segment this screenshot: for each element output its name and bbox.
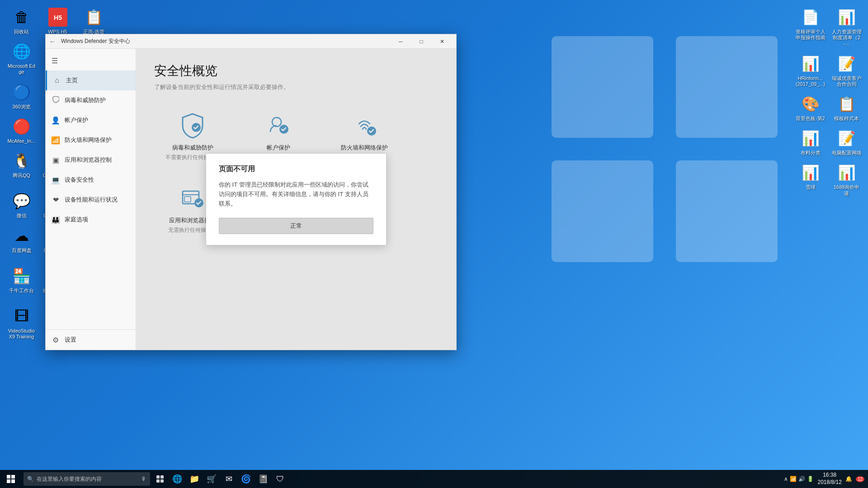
dialog-title: 页面不可用 (219, 164, 373, 174)
taskbar: 🔍 在这里输入你要搜索的内容 🎙 🌐 📁 🛒 ✉ 🌀 📓 🛡 (0, 470, 868, 488)
sidebar-item-firewall[interactable]: 📶 防火墙和网络保护 (46, 130, 136, 150)
taskbar-clock[interactable]: 16:38 2018/8/12 (817, 472, 841, 486)
taskbar-mail[interactable]: ✉ (221, 471, 237, 487)
svg-rect-20 (156, 479, 160, 483)
sidebar: ☰ ⌂ 主页 病毒和威胁防护 👤 帐户保护 (46, 49, 136, 350)
desktop-icons-right: 📄 资格评审个人申报操作指南 📊 人力资源管理制度清单（2-... 📊 HRin… (793, 5, 863, 198)
home-icon: ⌂ (52, 76, 61, 84)
svg-rect-21 (160, 479, 164, 483)
sidebar-bottom: ⚙ 设置 (46, 329, 136, 350)
svg-rect-0 (552, 36, 653, 138)
windows-logo-watermark (552, 36, 778, 262)
desktop-icon-keji[interactable]: 📊 布料分类 (793, 126, 827, 158)
taskbar-store[interactable]: 🛒 (203, 471, 220, 487)
desktop-icon-youxiu[interactable]: 📝 瑞诚优质客户合作合同 (830, 51, 863, 89)
svg-rect-3 (676, 160, 778, 262)
main-content: 安全性概览 了解设备当前的安全性和运行情况并采取必要操作。 病毒 (136, 49, 456, 350)
window-body: ☰ ⌂ 主页 病毒和威胁防护 👤 帐户保护 (46, 49, 456, 350)
tray-chevron[interactable]: ∧ (784, 476, 788, 482)
svg-rect-16 (7, 479, 10, 483)
desktop-icon-netconfig[interactable]: 📝 电脑配置网络 (830, 126, 863, 158)
sidebar-item-virus[interactable]: 病毒和威胁防护 (46, 90, 136, 110)
sidebar-menu-button[interactable]: ☰ (46, 52, 64, 69)
desktop-icon-recycle[interactable]: 🗑 回收站 (5, 5, 38, 37)
device-icon: 💻 (51, 176, 60, 184)
maximize-button[interactable]: □ (411, 34, 432, 49)
start-button[interactable] (0, 470, 22, 488)
dialog-overlay: 页面不可用 你的 IT 管理员已经限制对此应用一些区域的访问，你尝试访问的项目不… (136, 49, 456, 350)
desktop-icon-mcafee[interactable]: 🔴 McAfee_In... (5, 114, 38, 146)
family-icon: 👪 (51, 216, 60, 224)
tray-network[interactable]: 📶 (790, 476, 797, 482)
window-titlebar: ← Windows Defender 安全中心 ─ □ ✕ (46, 34, 456, 49)
app-icon: ▣ (51, 156, 60, 164)
desktop-icon-bgjose[interactable]: 🎨 背景色板-第2 (793, 91, 827, 123)
taskbar-defender[interactable]: 🛡 (272, 471, 288, 487)
back-button[interactable]: ← (49, 38, 56, 45)
svg-rect-17 (11, 479, 15, 483)
wifi-icon: 📶 (51, 136, 60, 145)
search-placeholder: 在这里输入你要搜索的内容 (37, 475, 102, 483)
desktop: 🗑 回收站 H5 WPS H5 📋 正而-选货 🌐 Microsoft Edge… (0, 0, 868, 488)
clock-time: 16:38 (817, 472, 841, 479)
svg-text:H5: H5 (54, 14, 62, 21)
voice-icon: 🎙 (141, 476, 146, 482)
svg-rect-14 (7, 475, 10, 479)
dialog-ok-button[interactable]: 正常 (219, 218, 373, 234)
sidebar-item-home[interactable]: ⌂ 主页 (46, 70, 136, 90)
sidebar-item-performance[interactable]: ❤ 设备性能和运行状况 (46, 190, 136, 210)
desktop-icon-wps-h5[interactable]: H5 WPS H5 (41, 5, 75, 37)
sidebar-item-settings[interactable]: ⚙ 设置 (46, 330, 136, 350)
svg-rect-18 (156, 475, 160, 479)
desktop-icon-qq[interactable]: 🐧 腾讯QQ (5, 148, 38, 186)
svg-rect-1 (676, 36, 778, 138)
desktop-icon-360[interactable]: 🔵 360浏览 (5, 80, 38, 112)
heart-icon: ❤ (51, 196, 60, 204)
svg-rect-2 (552, 160, 653, 262)
dialog-body: 你的 IT 管理员已经限制对此应用一些区域的访问，你尝试访问的项目不可用。有关详… (219, 180, 373, 208)
tray-battery: 🔋 (807, 476, 814, 482)
taskbar-search[interactable]: 🔍 在这里输入你要搜索的内容 🎙 (24, 472, 150, 486)
notification-count: 12 (856, 476, 864, 482)
sidebar-item-devicesecurity[interactable]: 💻 设备安全性 (46, 170, 136, 190)
window-title: Windows Defender 安全中心 (61, 38, 387, 45)
sidebar-item-family[interactable]: 👪 家庭选项 (46, 210, 136, 230)
sidebar-item-appbrowser[interactable]: ▣ 应用和浏览器控制 (46, 150, 136, 170)
search-icon: 🔍 (27, 476, 34, 482)
person-icon: 👤 (51, 116, 60, 125)
settings-icon: ⚙ (51, 336, 60, 344)
notification-icon[interactable]: 🔔 (845, 476, 852, 482)
desktop-icon-video-studio[interactable]: 🎞 VideoStudio X9 Training (5, 304, 38, 342)
desktop-icon-weixin[interactable]: 💬 微信 (5, 188, 38, 221)
window-controls: ─ □ ✕ (390, 34, 453, 49)
taskbar-items: 🌐 📁 🛒 ✉ 🌀 📓 🛡 (152, 471, 288, 487)
svg-rect-19 (160, 475, 164, 479)
taskbar-tray: ∧ 📶 🔊 🔋 (784, 476, 814, 482)
taskbar-edge[interactable]: 🌐 (169, 471, 185, 487)
clock-date: 2018/8/12 (817, 479, 841, 486)
desktop-icon-hr[interactable]: 📊 人力资源管理制度清单（2-... (830, 5, 863, 49)
desktop-icon-xueqiu[interactable]: 📊 雪球 (793, 160, 827, 198)
defender-window: ← Windows Defender 安全中心 ─ □ ✕ ☰ ⌂ 主页 (45, 34, 457, 350)
tray-volume[interactable]: 🔊 (798, 476, 805, 482)
minimize-button[interactable]: ─ (390, 34, 411, 49)
desktop-icon-hrinform[interactable]: 📊 HRinform... (2017_09_...) (793, 51, 827, 89)
taskbar-browser2[interactable]: 🌀 (238, 471, 254, 487)
desktop-icon-template[interactable]: 📋 模板样式本 (830, 91, 863, 123)
close-button[interactable]: ✕ (432, 34, 453, 49)
desktop-icon-edge[interactable]: 🌐 Microsoft Edge (5, 39, 38, 77)
dialog-box: 页面不可用 你的 IT 管理员已经限制对此应用一些区域的访问，你尝试访问的项目不… (206, 153, 387, 245)
sidebar-item-account[interactable]: 👤 帐户保护 (46, 110, 136, 130)
taskbar-explorer[interactable]: 📁 (186, 471, 203, 487)
desktop-icon-priceask[interactable]: 📊 1688询价申请 (830, 160, 863, 198)
desktop-icon-wps-select[interactable]: 📋 正而-选货 (77, 5, 111, 37)
shield-icon (51, 96, 60, 105)
desktop-icon-qualif[interactable]: 📄 资格评审个人申报操作指南 (793, 5, 827, 49)
taskbar-task-view[interactable] (152, 471, 168, 487)
taskbar-right: ∧ 📶 🔊 🔋 16:38 2018/8/12 🔔 12 (784, 472, 868, 486)
desktop-icon-qianniu[interactable]: 🏪 千牛工作台 (5, 263, 38, 301)
svg-rect-15 (11, 475, 15, 479)
taskbar-onenote[interactable]: 📓 (255, 471, 271, 487)
desktop-icon-baidu[interactable]: ☁ 百度网盘 (5, 223, 38, 261)
